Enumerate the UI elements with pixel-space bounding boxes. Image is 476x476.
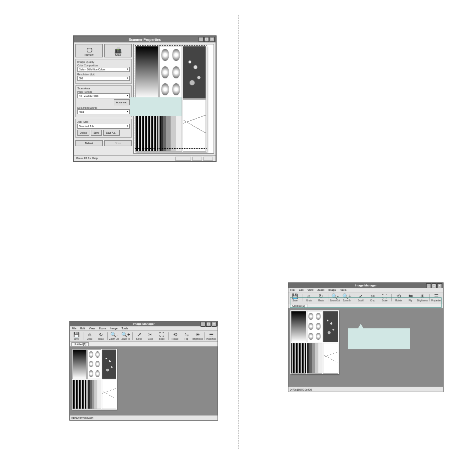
- save-icon: 💾: [73, 332, 79, 338]
- preview-icon: 🖵: [86, 47, 92, 53]
- rotate-icon: ⟲: [173, 332, 177, 338]
- column-divider: [238, 15, 238, 449]
- resolution-select[interactable]: 300: [77, 76, 130, 81]
- flip-icon: ⇋: [185, 332, 189, 338]
- im1-menubar: File Edit View Zoom Image Tools: [70, 326, 218, 331]
- im1-tabs: Untitled[1]: [70, 342, 218, 347]
- im1-titlebar: Image Manager _ ▢ ×: [70, 321, 218, 326]
- menu-view[interactable]: View: [89, 327, 95, 330]
- tool-properties[interactable]: ☰Properties: [206, 332, 217, 340]
- crop-icon: ✂: [148, 332, 152, 338]
- tool-redo[interactable]: ↻Redo: [95, 332, 106, 340]
- scanner-titlebar: Scanner Properties _ ▢ ×: [74, 36, 216, 42]
- preview-button[interactable]: 🖵 Preview: [75, 44, 103, 57]
- delete-button[interactable]: Delete: [77, 130, 89, 136]
- save-button[interactable]: Save: [91, 130, 101, 136]
- zoom-out-icon: 🔍-: [110, 332, 118, 338]
- minimize-icon[interactable]: _: [201, 322, 206, 327]
- tool-undo[interactable]: ⎌Undo: [84, 332, 95, 340]
- maximize-icon[interactable]: ▢: [206, 322, 211, 327]
- job-type-select[interactable]: Standard Job: [77, 124, 130, 129]
- im2-statusbar: 2479x3507/0 0x400: [288, 387, 443, 392]
- menu-tools[interactable]: Tools: [122, 327, 128, 330]
- tool-scale[interactable]: ⛶Scale: [156, 332, 167, 340]
- menu-image[interactable]: Image: [110, 327, 117, 330]
- default-button[interactable]: Default: [75, 140, 103, 146]
- maximize-icon[interactable]: ▢: [204, 37, 209, 42]
- scan2-button[interactable]: Scan: [104, 140, 132, 146]
- scan-label: Scan: [115, 53, 121, 56]
- tool-rotate[interactable]: ⟲Rotate: [170, 332, 181, 340]
- save-as-button[interactable]: Save As…: [103, 130, 120, 136]
- im2-image[interactable]: [290, 310, 339, 374]
- im1-tab[interactable]: Untitled[1]: [71, 342, 89, 346]
- job-type-legend: Job Type: [77, 120, 130, 123]
- color-composition-select[interactable]: Color - 16 Million Colors: [77, 67, 130, 72]
- advanced-button[interactable]: Advanced: [114, 99, 130, 105]
- menu-image[interactable]: Image: [328, 288, 336, 291]
- close-icon[interactable]: ×: [212, 322, 217, 327]
- menu-zoom[interactable]: Zoom: [99, 327, 106, 330]
- im2-titlebar: Image Manager _ ▢ ×: [288, 283, 443, 288]
- menu-edit[interactable]: Edit: [299, 288, 303, 291]
- scanner-status-text: Press F1 for Help: [76, 157, 98, 161]
- tool-brightness[interactable]: ☀Brightness: [193, 332, 204, 340]
- page-format-select[interactable]: A4 - 210x297 mm: [77, 93, 130, 98]
- tool-zoom-in[interactable]: 🔍+Zoom In: [120, 332, 131, 340]
- image-manager-window-1: Image Manager _ ▢ × File Edit View Zoom …: [69, 321, 218, 421]
- scanner-properties-window: Scanner Properties _ ▢ × 🖵 Preview 📠 Sca…: [73, 36, 216, 162]
- zoom-in-icon: 🔍+: [121, 332, 130, 338]
- menu-file[interactable]: File: [290, 288, 295, 291]
- scan-icon: 📠: [114, 47, 122, 53]
- scan-area-group: Scan Area Page Format A4 - 210x297 mm Ad…: [75, 85, 132, 117]
- tool-save[interactable]: 💾Save: [71, 332, 82, 340]
- menu-view[interactable]: View: [307, 288, 313, 291]
- im1-statusbar: 2479x3507/0 0x400: [70, 415, 218, 420]
- scan-area-legend: Scan Area: [77, 87, 130, 90]
- undo-icon: ⎌: [88, 332, 91, 338]
- im2-menubar: File Edit View Zoom Image Tools: [288, 288, 443, 292]
- properties-icon: ☰: [209, 332, 214, 338]
- minimize-icon[interactable]: _: [199, 37, 204, 42]
- document-source-select[interactable]: Auto: [77, 109, 130, 114]
- im1-toolbar: 💾Save⎌Undo↻Redo🔍-Zoom Out🔍+Zoom In⤢Scrol…: [70, 331, 218, 342]
- scanner-callout: [130, 97, 182, 116]
- menu-tools[interactable]: Tools: [340, 288, 347, 291]
- image-quality-group: Image Quality Color Composition Color - …: [75, 59, 132, 84]
- tool-crop[interactable]: ✂Crop: [145, 332, 156, 340]
- scroll-icon: ⤢: [137, 332, 141, 338]
- image-quality-legend: Image Quality: [77, 60, 130, 63]
- im1-status-text: 2479x3507/0 0x400: [71, 417, 93, 420]
- im1-image[interactable]: [72, 349, 117, 410]
- im1-canvas[interactable]: [70, 347, 218, 415]
- redo-icon: ↻: [99, 332, 103, 338]
- im1-title: Image Manager: [133, 322, 155, 325]
- brightness-icon: ☀: [196, 332, 200, 338]
- menu-file[interactable]: File: [72, 327, 76, 330]
- tool-zoom-out[interactable]: 🔍-Zoom Out: [109, 332, 120, 340]
- menu-zoom[interactable]: Zoom: [317, 288, 324, 291]
- im2-title: Image Manager: [355, 284, 377, 287]
- toolbar-callout: [348, 328, 410, 349]
- image-manager-window-2: Image Manager _ ▢ × File Edit View Zoom …: [288, 282, 444, 392]
- close-icon[interactable]: ×: [210, 37, 215, 42]
- preview-label: Preview: [85, 53, 94, 56]
- scanner-title: Scanner Properties: [129, 38, 161, 41]
- toolbar-highlight: [290, 297, 442, 308]
- scan-button[interactable]: 📠 Scan: [104, 44, 132, 57]
- scale-icon: ⛶: [159, 332, 164, 338]
- job-type-group: Job Type Standard Job Delete Save Save A…: [75, 119, 132, 138]
- tool-flip[interactable]: ⇋Flip: [181, 332, 192, 340]
- menu-edit[interactable]: Edit: [80, 327, 85, 330]
- im2-status-text: 2479x3507/0 0x400: [290, 388, 312, 391]
- tool-scroll[interactable]: ⤢Scroll: [134, 332, 145, 340]
- im2-canvas[interactable]: [288, 308, 443, 387]
